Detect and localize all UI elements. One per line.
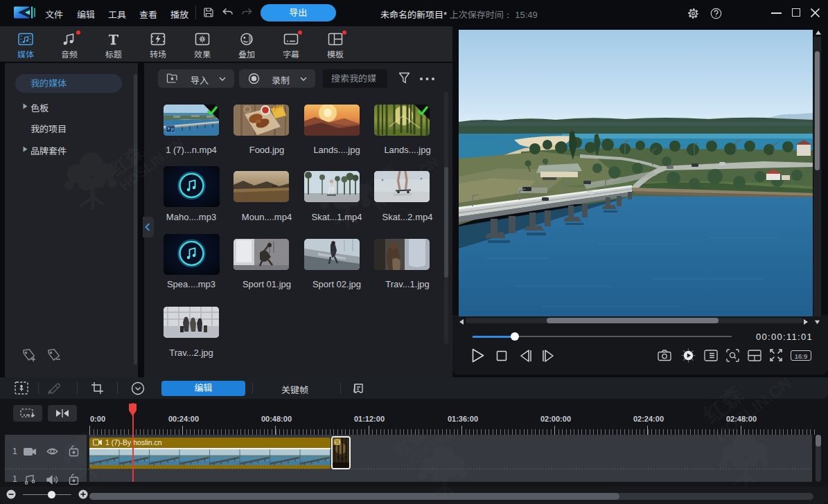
svg-text:P: P bbox=[171, 127, 175, 132]
